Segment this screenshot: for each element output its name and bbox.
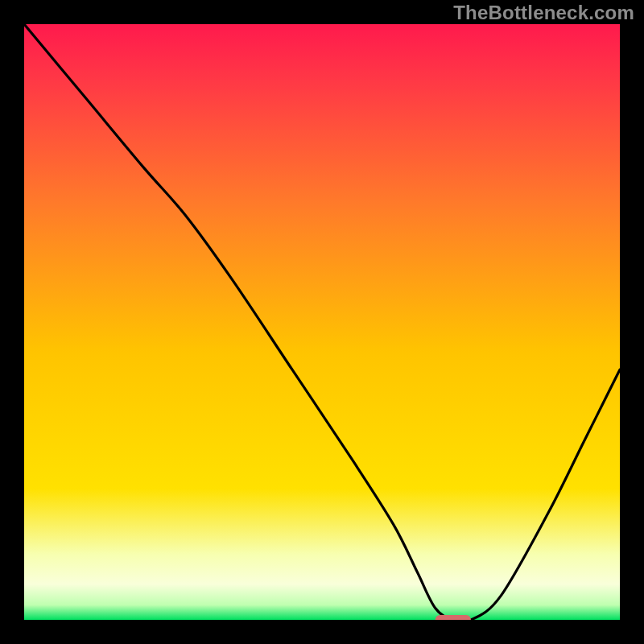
gradient-background [24, 24, 620, 620]
chart-frame: TheBottleneck.com [0, 0, 644, 644]
bottleneck-plot [24, 24, 620, 620]
plot-svg [24, 24, 620, 620]
optimum-marker [436, 615, 471, 620]
watermark-text: TheBottleneck.com [453, 2, 634, 24]
